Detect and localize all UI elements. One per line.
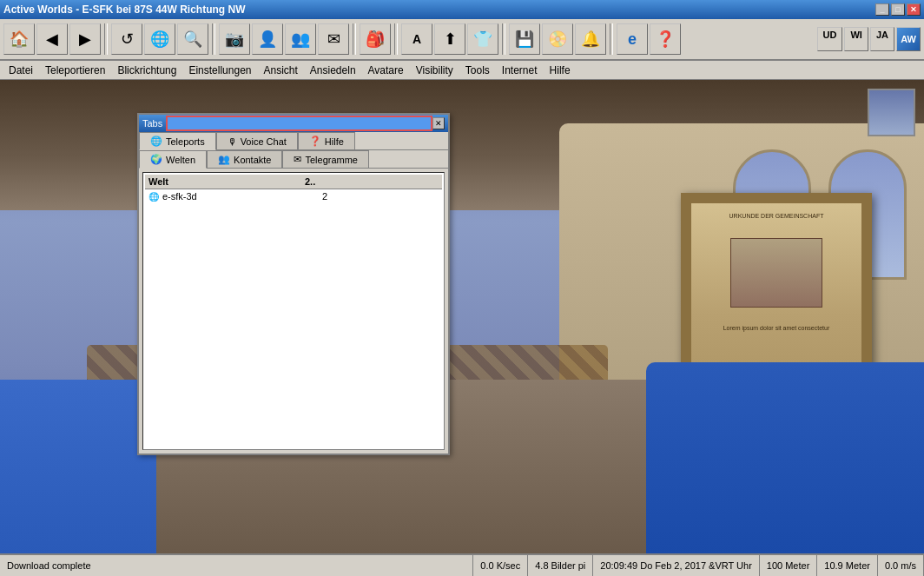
- toolbar-save2[interactable]: 📀: [542, 23, 573, 55]
- panel: Tabs ✕ 🌐 Teleports 🎙 Voice Chat ❓ Hilfe …: [137, 113, 450, 455]
- teleports-icon: 🌐: [150, 136, 162, 147]
- kontakte-icon: 👥: [218, 154, 230, 165]
- panel-content: Welt 2.. 🌐 e-sfk-3d 2: [142, 172, 445, 450]
- status-visibility: 100 Meter: [760, 555, 818, 576]
- world-count: 2: [322, 191, 374, 202]
- window-title: Active Worlds - E-SFK bei 87S 44W Richtu…: [3, 3, 245, 16]
- menu-bar: Datei Teleportieren Blickrichtung Einste…: [0, 61, 924, 80]
- toolbar-disk[interactable]: 💾: [509, 23, 540, 55]
- thumbnail-preview: [868, 89, 915, 136]
- toolbar-globe[interactable]: 🌐: [144, 23, 175, 55]
- tab-hilfe[interactable]: ❓ Hilfe: [298, 132, 355, 149]
- subtab-row: 🌍 Welten 👥 Kontakte ✉ Telegramme: [139, 150, 448, 169]
- title-bar-controls: _ □ ✕: [875, 3, 921, 16]
- toolbar-back[interactable]: ◀: [36, 23, 68, 55]
- toolbar-home[interactable]: 🏠: [3, 23, 35, 55]
- title-bar: Active Worlds - E-SFK bei 87S 44W Richtu…: [0, 0, 924, 19]
- welten-icon: 🌍: [150, 154, 162, 165]
- minimize-button[interactable]: _: [875, 3, 889, 16]
- menu-tools[interactable]: Tools: [460, 63, 495, 78]
- telegramme-icon: ✉: [294, 154, 301, 165]
- toolbar-separator-5: [502, 23, 505, 55]
- close-button[interactable]: ✕: [907, 3, 921, 16]
- status-bar: Download complete 0.0 K/sec 4.8 Bilder p…: [0, 553, 924, 576]
- toolbar-camera[interactable]: 📷: [219, 23, 250, 55]
- tab-voicechat[interactable]: 🎙 Voice Chat: [216, 132, 298, 149]
- menu-ansiedeln[interactable]: Ansiedeln: [305, 63, 361, 78]
- picture-text: URKUNDE DER GEMEINSCHAFT Lorem ipsum dol…: [700, 212, 853, 333]
- menu-ansicht[interactable]: Ansicht: [258, 63, 302, 78]
- toolbar-separator-3: [353, 23, 356, 55]
- subtab-welten-label: Welten: [166, 155, 195, 165]
- toolbar-mail[interactable]: ✉: [318, 23, 349, 55]
- toolbar-separator-2: [212, 23, 215, 55]
- hilfe-icon: ❓: [309, 136, 321, 147]
- toolbar-separator-6: [610, 23, 613, 55]
- subtab-kontakte[interactable]: 👥 Kontakte: [207, 150, 282, 168]
- blue-chair: [0, 380, 156, 553]
- tab-teleports-label: Teleports: [166, 136, 205, 147]
- status-datetime: 20:09:49 Do Feb 2, 2017 &VRT Uhr: [593, 555, 759, 576]
- menu-avatare[interactable]: Avatare: [363, 63, 409, 78]
- tab-teleports[interactable]: 🌐 Teleports: [139, 132, 216, 150]
- subtab-welten[interactable]: 🌍 Welten: [139, 150, 207, 169]
- toolbar-search[interactable]: 🔍: [177, 23, 208, 55]
- toolbar-arrow-up[interactable]: ⬆: [434, 23, 465, 55]
- toolbar-ud-button[interactable]: UD: [817, 27, 843, 51]
- toolbar-font[interactable]: A: [401, 23, 432, 55]
- col-header-world: Welt: [148, 176, 305, 187]
- toolbar-forward[interactable]: ▶: [69, 23, 101, 55]
- toolbar-bag[interactable]: 🎒: [360, 23, 391, 55]
- status-meter: 10.9 Meter: [817, 555, 878, 576]
- menu-datei[interactable]: Datei: [3, 63, 38, 78]
- panel-titlebar: Tabs ✕: [139, 115, 448, 132]
- world-name: e-sfk-3d: [162, 191, 319, 202]
- menu-visibility[interactable]: Visibility: [411, 63, 459, 78]
- world-icon: 🌐: [148, 192, 159, 202]
- menu-hilfe[interactable]: Hilfe: [544, 63, 576, 78]
- menu-internet[interactable]: Internet: [497, 63, 543, 78]
- toolbar-separator-1: [104, 23, 108, 55]
- status-fps: 4.8 Bilder pi: [528, 555, 593, 576]
- blue-sofa: [646, 362, 924, 553]
- maximize-button[interactable]: □: [891, 3, 905, 16]
- search-input[interactable]: [166, 116, 432, 131]
- menu-blickrichtung[interactable]: Blickrichtung: [112, 63, 182, 78]
- tab-row: 🌐 Teleports 🎙 Voice Chat ❓ Hilfe: [139, 132, 448, 150]
- table-header: Welt 2..: [145, 175, 442, 189]
- toolbar-person[interactable]: 👤: [252, 23, 283, 55]
- status-speed: 0.0 K/sec: [473, 555, 528, 576]
- toolbar-ja-button[interactable]: JA: [870, 27, 894, 51]
- table-row[interactable]: 🌐 e-sfk-3d 2: [145, 189, 442, 203]
- subtab-telegramme[interactable]: ✉ Telegramme: [282, 150, 369, 168]
- tabs-label: Tabs: [142, 118, 162, 129]
- toolbar-ie[interactable]: e: [617, 23, 648, 55]
- menu-einstellungen[interactable]: Einstellungen: [183, 63, 256, 78]
- toolbar: 🏠 ◀ ▶ ↺ 🌐 🔍 📷 👤 👥 ✉ 🎒 A ⬆ 👕 💾 📀 🔔 e ❓ UD…: [0, 19, 924, 61]
- voicechat-icon: 🎙: [228, 136, 237, 147]
- subtab-kontakte-label: Kontakte: [234, 155, 271, 165]
- col-header-count: 2..: [305, 176, 357, 187]
- menu-teleportieren[interactable]: Teleportieren: [40, 63, 110, 78]
- tab-hilfe-label: Hilfe: [325, 136, 344, 147]
- toolbar-group[interactable]: 👥: [285, 23, 316, 55]
- toolbar-refresh[interactable]: ↺: [111, 23, 142, 55]
- toolbar-wi-button[interactable]: WI: [844, 27, 868, 51]
- toolbar-help[interactable]: ❓: [650, 23, 681, 55]
- toolbar-separator-4: [394, 23, 398, 55]
- toolbar-save3[interactable]: 🔔: [575, 23, 606, 55]
- subtab-telegramme-label: Telegramme: [305, 155, 358, 165]
- tab-voicechat-label: Voice Chat: [241, 136, 287, 147]
- toolbar-shirt[interactable]: 👕: [467, 23, 498, 55]
- panel-close-button[interactable]: ✕: [432, 117, 445, 129]
- status-message: Download complete: [0, 555, 473, 576]
- status-ms: 0.0 m/s: [878, 555, 924, 576]
- aw-logo-button[interactable]: AW: [896, 27, 921, 51]
